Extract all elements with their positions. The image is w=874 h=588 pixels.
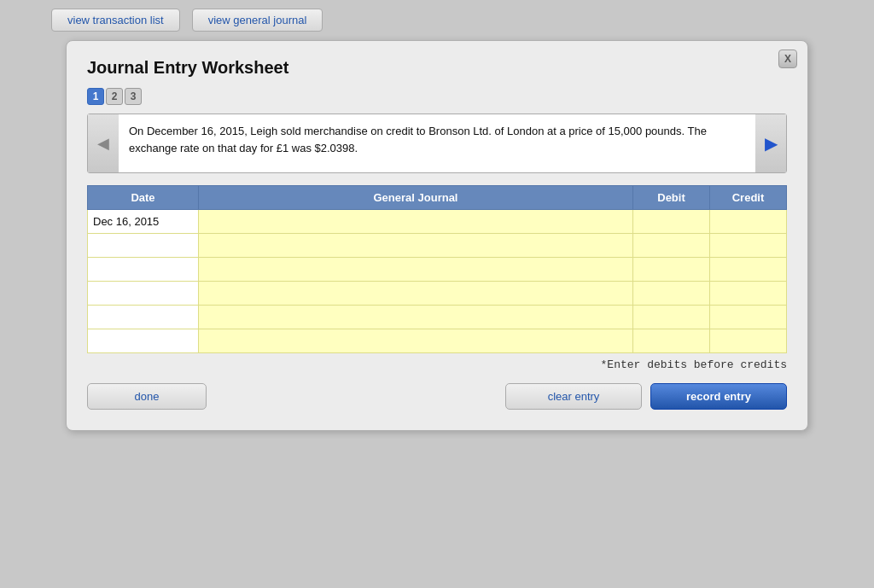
credit-cell-3[interactable] xyxy=(710,282,787,306)
journal-input-5[interactable] xyxy=(204,331,627,351)
step-3[interactable]: 3 xyxy=(125,88,142,105)
credit-input-1[interactable] xyxy=(715,236,781,255)
date-cell-2 xyxy=(88,258,199,282)
description-text: On December 16, 2015, Leigh sold merchan… xyxy=(119,114,755,172)
credit-cell-1[interactable] xyxy=(710,234,787,258)
debit-input-5[interactable] xyxy=(638,331,704,351)
table-row xyxy=(88,329,787,353)
debit-input-2[interactable] xyxy=(638,259,704,279)
journal-input-3[interactable] xyxy=(204,283,627,303)
view-general-journal-button[interactable]: view general journal xyxy=(192,9,323,32)
modal: X Journal Entry Worksheet 1 2 3 ◀ On Dec… xyxy=(66,40,808,431)
journal-input-1[interactable] xyxy=(204,236,627,255)
step-indicators: 1 2 3 xyxy=(87,88,787,105)
credit-cell-2[interactable] xyxy=(710,258,787,282)
credit-cell-0[interactable] xyxy=(710,210,787,234)
hint-text: *Enter debits before credits xyxy=(87,358,787,371)
col-header-journal: General Journal xyxy=(199,186,633,210)
credit-input-2[interactable] xyxy=(715,259,781,279)
journal-table: Date General Journal Debit Credit Dec 16… xyxy=(87,185,787,353)
debit-input-4[interactable] xyxy=(638,307,704,327)
journal-cell-4[interactable] xyxy=(199,306,633,329)
bottom-bar: done clear entry record entry xyxy=(87,383,787,410)
clear-entry-button[interactable]: clear entry xyxy=(505,383,642,410)
col-header-date: Date xyxy=(88,186,199,210)
debit-cell-0[interactable] xyxy=(633,210,710,234)
col-header-debit: Debit xyxy=(633,186,710,210)
journal-cell-1[interactable] xyxy=(199,234,633,258)
debit-input-1[interactable] xyxy=(638,236,704,255)
journal-input-2[interactable] xyxy=(204,259,627,279)
credit-cell-5[interactable] xyxy=(710,329,787,353)
description-box: ◀ On December 16, 2015, Leigh sold merch… xyxy=(87,114,787,173)
col-header-credit: Credit xyxy=(710,186,787,210)
journal-cell-3[interactable] xyxy=(199,282,633,306)
top-bar: view transaction list view general journ… xyxy=(0,0,874,40)
nav-left-button[interactable]: ◀ xyxy=(88,114,119,172)
table-row xyxy=(88,258,787,282)
debit-cell-5[interactable] xyxy=(633,329,710,353)
right-buttons: clear entry record entry xyxy=(505,383,787,410)
close-button[interactable]: X xyxy=(778,49,797,68)
journal-cell-2[interactable] xyxy=(199,258,633,282)
journal-input-4[interactable] xyxy=(204,307,627,327)
debit-cell-3[interactable] xyxy=(633,282,710,306)
record-entry-button[interactable]: record entry xyxy=(650,383,787,410)
journal-cell-5[interactable] xyxy=(199,329,633,353)
journal-input-0[interactable] xyxy=(204,212,627,231)
nav-right-button[interactable]: ▶ xyxy=(755,114,786,172)
step-2[interactable]: 2 xyxy=(106,88,123,105)
debit-cell-2[interactable] xyxy=(633,258,710,282)
debit-cell-1[interactable] xyxy=(633,234,710,258)
table-row xyxy=(88,234,787,258)
debit-input-3[interactable] xyxy=(638,283,704,303)
credit-input-0[interactable] xyxy=(715,212,781,231)
credit-cell-4[interactable] xyxy=(710,306,787,329)
done-button[interactable]: done xyxy=(87,383,207,410)
date-cell-3 xyxy=(88,282,199,306)
credit-input-4[interactable] xyxy=(715,307,781,327)
date-cell-0: Dec 16, 2015 xyxy=(88,210,199,234)
date-cell-1 xyxy=(88,234,199,258)
modal-title: Journal Entry Worksheet xyxy=(87,58,787,78)
view-transaction-list-button[interactable]: view transaction list xyxy=(51,9,180,32)
debit-input-0[interactable] xyxy=(638,212,704,231)
date-cell-4 xyxy=(88,306,199,329)
table-row xyxy=(88,282,787,306)
table-row: Dec 16, 2015 xyxy=(88,210,787,234)
credit-input-5[interactable] xyxy=(715,331,781,351)
journal-cell-0[interactable] xyxy=(199,210,633,234)
table-row xyxy=(88,306,787,329)
date-cell-5 xyxy=(88,329,199,353)
debit-cell-4[interactable] xyxy=(633,306,710,329)
step-1[interactable]: 1 xyxy=(87,88,104,105)
credit-input-3[interactable] xyxy=(715,283,781,303)
